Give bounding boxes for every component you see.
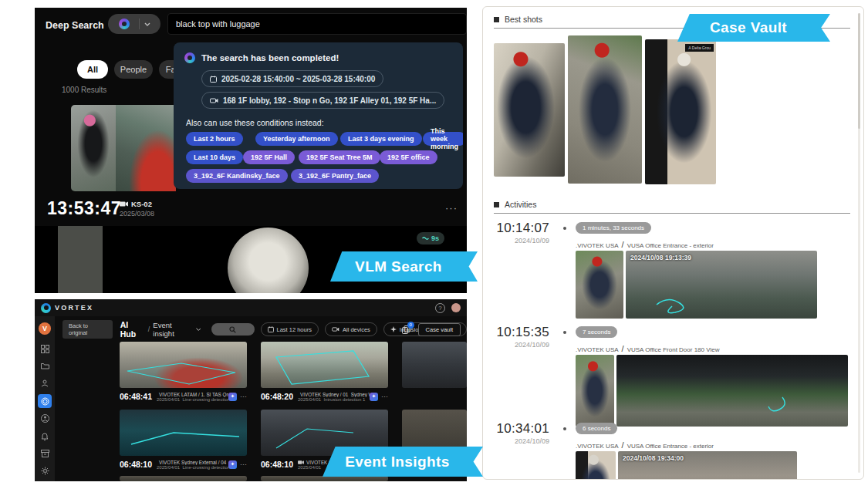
event-card[interactable]: 06:48:41 VIVOTEK LATAM / 1. SI TAS Qro 2… (120, 342, 247, 403)
event-card-partial[interactable] (402, 342, 467, 388)
event-thumbnail-partial (120, 476, 247, 481)
suggestion-chip[interactable]: 3_192_6F Kandinsky_face (186, 169, 288, 183)
deep-search-panel: Deep Search black top with luggage All P… (35, 8, 467, 293)
timeline-dot (563, 227, 566, 230)
activity-time: 10:14:07 (483, 221, 549, 236)
suggestion-chip[interactable]: Last 10 days (186, 150, 243, 164)
ai-assistant-popup: The search has been completed! 2025-02-2… (174, 42, 463, 189)
folder-icon[interactable] (38, 359, 52, 373)
org-avatar[interactable]: V (39, 322, 51, 335)
event-time: 06:48:10 (261, 460, 293, 469)
event-card[interactable]: 06:48:20 VIVOTEK Sydney / 01_Sydney Ware… (261, 342, 388, 403)
page: Deep Search black top with luggage All P… (0, 0, 868, 489)
suggestion-chip[interactable]: Last 2 hours (186, 132, 243, 146)
result-thumbnail-strip[interactable] (71, 105, 176, 191)
calendar-icon (268, 326, 274, 332)
suggestion-chip[interactable]: This week morning (423, 132, 463, 146)
event-thumbnail (120, 410, 247, 456)
result-time: 13:53:47 (47, 198, 121, 219)
duration-badge: 9s (417, 232, 444, 244)
search-input[interactable]: black top with luggage (167, 13, 467, 35)
best-shot-photo[interactable]: A Delta Grou (645, 39, 716, 184)
person-icon[interactable] (38, 377, 52, 391)
event-thumbnail (120, 342, 247, 388)
wall-sign-text: A Delta Grou (685, 44, 714, 52)
more-options-button[interactable]: ··· (381, 393, 388, 400)
duration-badge: 6 seconds (576, 423, 617, 434)
section-marker-icon (494, 17, 499, 22)
best-shot-photo[interactable] (494, 43, 565, 177)
search-button[interactable] (211, 323, 254, 336)
vortex-sidebar: V (35, 316, 55, 481)
suggestions-label: Also can use these conditions instead: (186, 118, 324, 127)
more-options-button[interactable]: ··· (240, 393, 247, 400)
motion-trail-overlay (626, 251, 817, 319)
motion-trail-overlay (618, 451, 797, 480)
vortex-logo[interactable]: VORTEX (41, 303, 93, 313)
back-to-original-button[interactable]: Back to original (62, 320, 113, 339)
ai-hub-title: AI Hub (120, 320, 145, 339)
activity-thumbnails[interactable]: 2024/10/08 19:13:39 (576, 251, 817, 319)
suggestion-chip[interactable]: Yesterday afternoon (255, 132, 338, 146)
camera-icon (298, 460, 304, 464)
gear-icon[interactable] (38, 464, 52, 477)
activity-date: 2024/10/09 (483, 237, 549, 244)
vortex-cloud-icon (41, 303, 51, 313)
time-filter-chip[interactable]: Last 12 hours (261, 322, 319, 336)
ai-event-badge: ✦ (370, 393, 378, 401)
chevron-down-icon[interactable] (144, 22, 150, 26)
event-subline: 2025/04/01 Line-crossing detection 4 (157, 465, 228, 470)
event-card[interactable]: 06:48:10 VIVOTEK Sydney External / 04_Sy… (120, 410, 247, 470)
case-vault-button[interactable]: Case vault (418, 323, 461, 336)
bell-icon[interactable] (38, 429, 52, 443)
devices-filter-chip[interactable]: All devices (325, 322, 377, 336)
suggestion-chip[interactable]: 192 5F Hall (243, 150, 295, 164)
archive-icon[interactable] (38, 447, 52, 460)
motion-trail-overlay (616, 355, 848, 427)
event-camera: VIVOTEK Sydney External / 04_Sydney EC I… (157, 460, 228, 465)
suggestion-chip[interactable]: 192 5F Seat Tree 5M (299, 150, 380, 164)
activity-camera: .VIVOTEK USA / VUSA Office Entrance - ex… (576, 440, 714, 450)
person-thumbnail (71, 105, 116, 191)
camera-icon (332, 327, 339, 332)
best-shot-photo[interactable] (568, 35, 642, 184)
camera-icon (210, 98, 218, 103)
ai-swirl-icon (119, 19, 130, 29)
event-insight-dropdown[interactable]: Event insight (153, 321, 201, 338)
help-icon[interactable]: ? (435, 303, 445, 313)
activity-date: 2024/10/09 (483, 341, 549, 349)
person-circle-icon[interactable] (38, 412, 52, 426)
person-thumbnail (58, 226, 103, 293)
duration-badge: 7 seconds (576, 326, 617, 338)
event-subline: 2025/04/01 Intrusion detection 1 (298, 397, 370, 402)
tab-people[interactable]: People (114, 60, 153, 79)
activity-camera: .VIVOTEK USA / VUSA Office Entrance - ex… (576, 240, 714, 249)
ai-mode-selector[interactable] (108, 14, 160, 34)
ai-swirl-icon (184, 52, 195, 63)
suggestion-chip[interactable]: 192 5F office (380, 150, 437, 164)
timeline-dot (563, 331, 566, 334)
activity-time: 10:15:35 (483, 325, 549, 340)
activity-thumbnails[interactable]: 2024/10/08 19:34:00 (576, 451, 797, 480)
activity-thumbnails[interactable] (576, 355, 848, 427)
user-avatar[interactable] (451, 303, 461, 312)
cameras-pill[interactable]: 168 1F lobby, 192 - Stop n Go, 192 1F Al… (201, 92, 444, 109)
dashboard-icon[interactable] (38, 342, 52, 356)
scrollbar-thumb[interactable] (858, 13, 860, 129)
export-clipboard-button[interactable]: 0 (402, 325, 410, 334)
camera-icon (120, 201, 128, 207)
deep-search-title-dropdown[interactable]: Deep Search (46, 20, 114, 31)
date-range-pill[interactable]: 2025-02-28 15:40:00 ~ 2025-03-28 15:40:0… (201, 70, 383, 87)
more-options-button[interactable]: ··· (445, 202, 458, 214)
camera-clip-thumbnail: 2024/10/08 19:13:39 (626, 251, 817, 319)
section-marker-icon (494, 202, 499, 207)
suggestion-chip[interactable]: Last 3 days evening (340, 132, 422, 146)
result-camera: KS-02 (120, 200, 152, 208)
tab-all[interactable]: All (77, 60, 108, 79)
person-thumbnail (576, 355, 614, 427)
suggestion-chip[interactable]: 3_192_6F Pantry_face (291, 169, 379, 183)
timeline-dot (563, 427, 566, 430)
more-options-button[interactable]: ··· (240, 460, 247, 468)
ai-hub-icon[interactable] (38, 394, 52, 408)
detection-zone-overlay (120, 342, 247, 388)
